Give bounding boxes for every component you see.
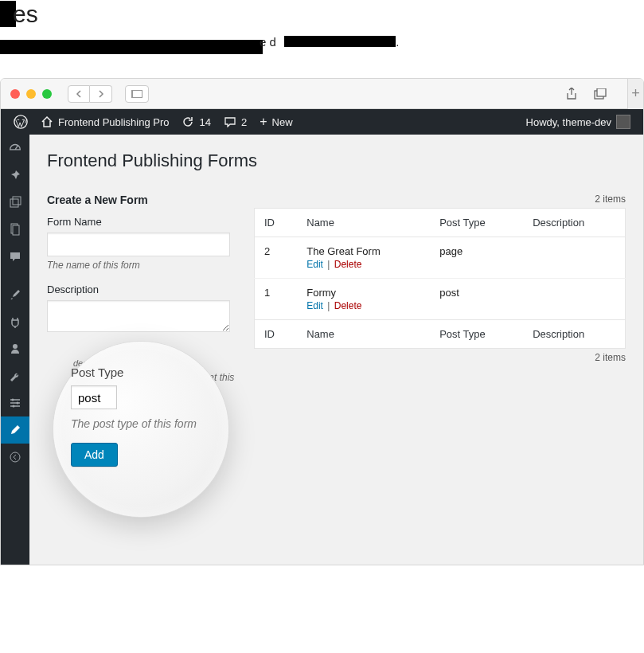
updates-link[interactable]: 14	[175, 109, 217, 135]
brush-icon	[9, 288, 21, 301]
form-name-input[interactable]	[47, 233, 230, 256]
th-description[interactable]: Description	[523, 209, 625, 237]
row-actions: Edit | Delete	[306, 259, 420, 270]
table-row: 2 The Great Form Edit | Delete pag	[255, 237, 626, 279]
site-name-link[interactable]: Frontend Publishing Pro	[34, 109, 175, 135]
collapse-icon	[10, 452, 21, 463]
sidebar-item-appearance[interactable]	[1, 281, 29, 308]
svg-point-7	[13, 344, 18, 349]
sidebar-item-dashboard[interactable]	[1, 135, 29, 162]
dashboard-icon	[8, 141, 22, 155]
maximize-window-icon[interactable]	[42, 89, 52, 99]
post-type-label: Post Type	[71, 366, 211, 379]
new-label: New	[272, 116, 293, 128]
site-name-text: Frontend Publishing Pro	[58, 116, 169, 128]
share-button[interactable]	[562, 85, 581, 103]
sliders-icon	[9, 397, 21, 409]
svg-rect-4	[13, 197, 21, 205]
delete-link[interactable]: Delete	[334, 259, 362, 270]
action-sep: |	[326, 259, 331, 270]
forms-table: ID Name Post Type Description 2 The Grea…	[254, 208, 626, 349]
cell-id: 2	[255, 237, 298, 279]
home-icon	[41, 116, 53, 127]
wrench-icon	[9, 370, 21, 382]
description-textarea[interactable]	[47, 300, 230, 332]
tf-post-type: Post Type	[430, 320, 523, 349]
svg-point-9	[17, 402, 19, 405]
sidebar-item-collapse[interactable]	[1, 444, 29, 471]
comment-icon	[224, 116, 236, 127]
user-menu[interactable]: Howdy, theme-dev	[520, 109, 637, 135]
th-id[interactable]: ID	[255, 209, 298, 237]
window-controls	[10, 89, 52, 99]
subheading-tail: e d	[260, 35, 276, 49]
close-window-icon[interactable]	[10, 89, 20, 99]
page-header-partial: es e d .	[0, 0, 644, 78]
forms-table-panel: 2 items ID Name Post Type Description	[254, 194, 626, 366]
items-count-bottom: 2 items	[254, 352, 626, 363]
svg-rect-3	[10, 199, 18, 207]
edit-link[interactable]: Edit	[306, 300, 323, 311]
sidebar-item-media[interactable]	[1, 189, 29, 216]
comments-link[interactable]: 2	[217, 109, 253, 135]
wp-content-area: Frontend Publishing Forms Create a New F…	[29, 135, 643, 565]
svg-rect-1	[597, 88, 606, 96]
tf-description: Description	[523, 320, 625, 349]
back-button[interactable]	[68, 85, 90, 103]
sidebar-layout-icon	[131, 90, 142, 98]
user-icon	[9, 342, 21, 355]
magnifier-overlay: Post Type The post type of this form Add	[53, 342, 228, 517]
action-sep: |	[326, 300, 331, 311]
forward-button[interactable]	[90, 85, 112, 103]
sidebar-item-posts[interactable]	[1, 162, 29, 189]
add-button[interactable]: Add	[71, 443, 118, 467]
tabs-button[interactable]	[591, 85, 610, 103]
post-type-input[interactable]	[71, 385, 117, 409]
plus-icon: +	[260, 115, 267, 129]
tf-name: Name	[297, 320, 430, 349]
create-form-heading: Create a New Form	[47, 194, 230, 206]
th-name[interactable]: Name	[297, 209, 430, 237]
post-type-hint: The post type of this form	[71, 417, 211, 430]
sidebar-item-comments[interactable]	[1, 243, 29, 270]
pages-icon	[10, 223, 21, 236]
sidebar-item-plugins[interactable]	[1, 308, 29, 335]
new-tab-button[interactable]: +	[627, 79, 643, 109]
comments-count: 2	[241, 116, 247, 128]
refresh-icon	[181, 115, 194, 128]
svg-point-11	[10, 452, 20, 462]
sidebar-item-tools[interactable]	[1, 362, 29, 389]
media-icon	[9, 196, 21, 209]
wordpress-icon	[14, 115, 28, 129]
th-post-type[interactable]: Post Type	[430, 209, 523, 237]
minimize-window-icon[interactable]	[26, 89, 36, 99]
nav-buttons	[68, 85, 112, 103]
form-name-label: Form Name	[47, 216, 230, 228]
cell-id: 1	[255, 279, 298, 320]
subheading-blackout-2	[284, 36, 396, 47]
plugin-icon	[9, 315, 21, 328]
cell-post-type: post	[430, 279, 523, 320]
comment-icon	[9, 251, 21, 262]
pin-icon	[9, 169, 21, 182]
cell-name: Formy	[306, 287, 420, 299]
svg-point-8	[12, 399, 14, 401]
heading-tail: es	[13, 1, 38, 28]
sidebar-item-pages[interactable]	[1, 216, 29, 243]
cell-name: The Great Form	[306, 245, 420, 257]
cell-desc	[523, 279, 625, 320]
description-label: Description	[47, 283, 230, 295]
form-name-hint: The name of this form	[47, 260, 230, 271]
sidebar-item-frontend-publishing[interactable]	[1, 416, 29, 444]
wp-admin-menu	[1, 135, 29, 565]
wp-admin-bar: Frontend Publishing Pro 14 2 + New Howdy…	[1, 109, 643, 135]
new-content-link[interactable]: + New	[253, 109, 299, 135]
items-count-top: 2 items	[254, 194, 626, 205]
delete-link[interactable]: Delete	[334, 300, 362, 311]
sidebar-item-settings[interactable]	[1, 389, 29, 416]
tab-overview-button[interactable]	[125, 85, 149, 103]
edit-link[interactable]: Edit	[306, 259, 323, 270]
sidebar-item-users[interactable]	[1, 335, 29, 362]
wp-admin-body: Frontend Publishing Forms Create a New F…	[1, 135, 643, 565]
wp-logo-menu[interactable]	[7, 109, 34, 135]
